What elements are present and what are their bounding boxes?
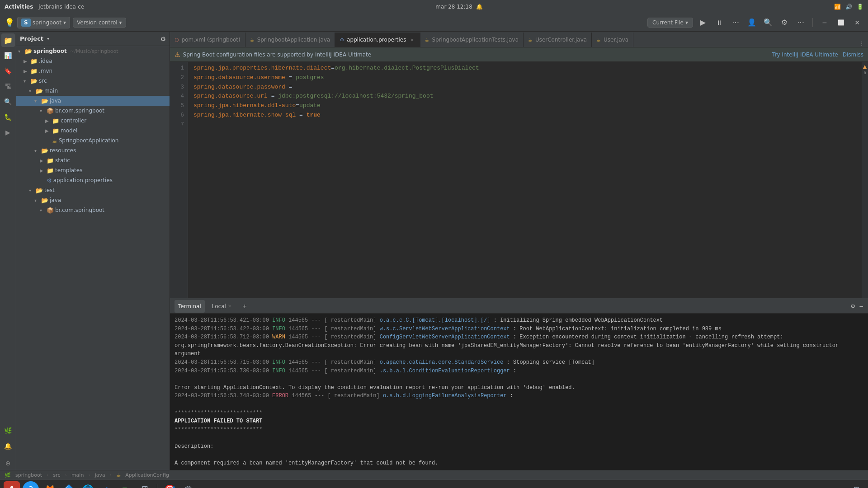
tree-item-idea[interactable]: ▶ 📁 .idea <box>16 56 170 66</box>
notification-icon[interactable]: 🔔 <box>476 4 483 10</box>
try-ultimate-link[interactable]: Try IntelliJ IDEA Ultimate <box>772 52 838 58</box>
taskbar-icon-help[interactable]: ? <box>23 481 39 488</box>
panel-chevron[interactable]: ▾ <box>47 36 49 41</box>
tree-item-controller[interactable]: ▶ 📁 controller <box>16 116 170 126</box>
tree-label-springboot: springboot <box>33 48 67 54</box>
code-editor[interactable]: 1 2 3 4 5 6 7 spring.jpa.properties.hibe… <box>170 62 868 298</box>
terminal-tab-terminal[interactable]: Terminal <box>175 300 205 313</box>
terminal-settings[interactable]: ⚙ <box>850 303 855 310</box>
current-file-chevron: ▾ <box>685 19 688 26</box>
warning-count: 6 <box>863 70 866 75</box>
dismiss-link[interactable]: Dismiss <box>843 52 863 58</box>
panel-settings[interactable]: ⚙ <box>160 35 166 42</box>
tab-application-properties[interactable]: ⚙ application.properties ✕ <box>335 33 420 47</box>
taskbar-icon-browser[interactable]: 🌐 <box>80 481 96 488</box>
volume-icon[interactable]: 🔊 <box>845 4 852 10</box>
tree-item-springboot[interactable]: ▾ 📂 springboot ~/Music/springboot <box>16 46 170 56</box>
terminal-description-text: A component required a bean named 'entit… <box>175 459 863 468</box>
tab-more[interactable]: ⋮ <box>855 40 868 47</box>
tree-label-app-props: application.properties <box>53 177 113 183</box>
tree-item-test[interactable]: ▾ 📂 test <box>16 185 170 195</box>
tree-arrow-static: ▶ <box>40 158 45 163</box>
tree-label-resources: resources <box>50 147 76 154</box>
tree-arrow-resources: ▾ <box>34 148 40 153</box>
tab-user[interactable]: ☕ User.java <box>592 33 633 47</box>
editor-area: ⬡ pom.xml (springboot) ☕ SpringbootAppli… <box>170 32 868 470</box>
terminal-content[interactable]: 2024-03-28T11:56:53.421-03:00 INFO 14456… <box>170 314 868 470</box>
tab-bar: ⬡ pom.xml (springboot) ☕ SpringbootAppli… <box>170 32 868 47</box>
tree-item-app-props[interactable]: ⚙ application.properties <box>16 175 170 185</box>
tree-item-model[interactable]: ▶ 📁 model <box>16 126 170 136</box>
taskbar-icon-grid[interactable]: ⊞ <box>848 481 864 488</box>
taskbar-icon-finder[interactable]: 🦊 <box>42 481 58 488</box>
code-content[interactable]: spring.jpa.properties.hibernate.dialect=… <box>188 62 868 298</box>
current-file-button[interactable]: Current File ▾ <box>647 18 693 28</box>
status-java[interactable]: java <box>95 472 105 478</box>
taskbar-icon-terminal[interactable]: 🖥 <box>137 481 153 488</box>
tree-item-package-test[interactable]: ▾ 📦 br.com.springboot <box>16 205 170 215</box>
taskbar-icon-blue[interactable]: ◈ <box>99 481 115 488</box>
status-springboot[interactable]: springboot <box>15 472 42 478</box>
activity-run[interactable]: ▶ <box>1 126 15 139</box>
tree-item-static[interactable]: ▶ 📁 static <box>16 155 170 165</box>
terminal-minimize[interactable]: − <box>859 303 863 310</box>
tab-springboot-app[interactable]: ☕ SpringbootApplication.java <box>245 33 335 47</box>
taskbar-icon-jetbrains[interactable]: 🎯 <box>161 481 178 488</box>
tab-close-props[interactable]: ✕ <box>409 37 415 43</box>
tree-label-mvn: .mvn <box>39 68 52 74</box>
profile-button[interactable]: ⏸ <box>713 16 726 29</box>
folder-icon-controller: 📁 <box>52 117 59 124</box>
terminal-fail-msg: APPLICATION FAILED TO START <box>175 417 863 426</box>
terminal-add-tab[interactable]: + <box>239 300 250 313</box>
tab-pom-xml[interactable]: ⬡ pom.xml (springboot) <box>170 33 245 47</box>
tree-item-main[interactable]: ▾ 📂 main <box>16 86 170 96</box>
activity-git-bottom[interactable]: ⊕ <box>1 456 15 470</box>
tree-item-mvn[interactable]: ▶ 📁 .mvn <box>16 66 170 76</box>
tree-item-resources[interactable]: ▾ 📂 resources <box>16 145 170 155</box>
project-dropdown[interactable]: S springboot ▾ <box>17 17 70 28</box>
tree-arrow-idea: ▶ <box>24 59 29 64</box>
status-main[interactable]: main <box>71 472 84 478</box>
maximize-button[interactable]: ⬜ <box>835 16 847 29</box>
settings-icon[interactable]: ⚙ <box>778 16 791 29</box>
tree-item-java-test[interactable]: ▾ 📂 java <box>16 195 170 205</box>
activity-project[interactable]: 📁 <box>1 33 15 47</box>
run-button[interactable]: ▶ <box>697 16 709 29</box>
activity-bookmarks[interactable]: 🔖 <box>1 64 15 78</box>
activity-vcs[interactable]: 📊 <box>1 49 15 62</box>
status-src[interactable]: src <box>53 472 60 478</box>
taskbar: A ? 🦊 🔷 🌐 ◈ ✏ 🖥 🎯 🗑 ⊞ <box>0 480 868 488</box>
folder-icon-idea: 📁 <box>30 58 38 65</box>
taskbar-icon-editor[interactable]: ✏ <box>118 481 134 488</box>
tree-label-main: main <box>44 88 58 94</box>
profile-icon[interactable]: 👤 <box>745 16 758 29</box>
activity-notifications[interactable]: 🔔 <box>1 439 15 453</box>
minimize-button[interactable]: − <box>818 16 831 29</box>
terminal-tab-local[interactable]: Local ✕ <box>208 300 236 313</box>
tree-item-package[interactable]: ▾ 📦 br.com.springboot <box>16 106 170 116</box>
more-icon[interactable]: ⋯ <box>794 16 807 29</box>
activities-label[interactable]: Activities <box>5 4 33 10</box>
search-icon[interactable]: 🔍 <box>762 16 774 29</box>
close-button[interactable]: ✕ <box>851 16 863 29</box>
tab-user-controller[interactable]: ☕ UserController.java <box>524 33 592 47</box>
taskbar-icon-trash[interactable]: 🗑 <box>180 481 197 488</box>
search-button[interactable]: ⋯ <box>729 16 742 29</box>
tree-label-controller: controller <box>61 117 86 124</box>
taskbar-icon-appstore[interactable]: A <box>4 481 20 488</box>
activity-git[interactable]: 🌿 <box>1 424 15 437</box>
taskbar-icon-kde[interactable]: 🔷 <box>61 481 77 488</box>
activity-search[interactable]: 🔍 <box>1 95 15 108</box>
tree-item-src[interactable]: ▾ 📂 src <box>16 76 170 86</box>
tree-item-springboot-app[interactable]: ☕ SpringbootApplication <box>16 136 170 145</box>
status-sep3: › <box>88 472 90 478</box>
status-class[interactable]: ApplicationConfig <box>125 472 169 478</box>
vcs-dropdown[interactable]: Version control ▾ <box>73 18 126 28</box>
activity-structure[interactable]: 🏗 <box>1 80 15 93</box>
activity-debug[interactable]: 🐛 <box>1 110 15 124</box>
tree-item-templates[interactable]: ▶ 📁 templates <box>16 165 170 175</box>
tree-item-java-main[interactable]: ▾ 📂 java <box>16 96 170 106</box>
local-tab-close[interactable]: ✕ <box>228 304 231 309</box>
tab-springboot-tests[interactable]: ☕ SpringbootApplicationTests.java <box>420 33 524 47</box>
tab-label-tests: SpringbootApplicationTests.java <box>432 37 519 43</box>
